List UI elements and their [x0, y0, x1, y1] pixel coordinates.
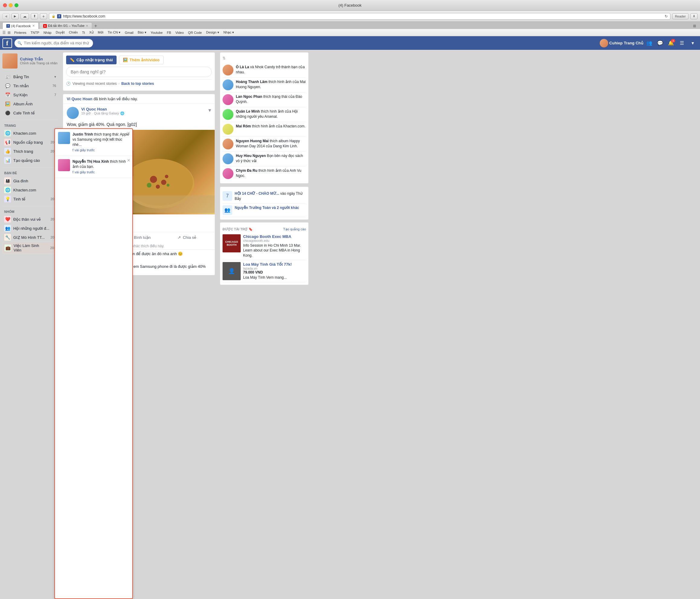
- composer-input[interactable]: [66, 67, 212, 77]
- sidebar-item-tinnhan[interactable]: 💬 Tin nhắn 76: [2, 81, 58, 90]
- sidebar-item-khacten[interactable]: 🌐 Khacten.com 3: [2, 129, 58, 138]
- tab-youtube[interactable]: ▶ Đã tải lên 0/1 – YouTube ✕: [39, 22, 92, 29]
- bookmark-tt[interactable]: Tt: [80, 30, 87, 35]
- ad-title-0[interactable]: Chicago Booth Exec MBA: [243, 234, 306, 239]
- sidebar-item-giadinh[interactable]: 👨‍👩‍👧‍👦 Gia đình: [2, 176, 58, 185]
- new-tab-button[interactable]: +: [93, 23, 99, 29]
- activity-avatar-7: [223, 168, 233, 179]
- bookmark-tincn[interactable]: Tin CN ▾: [106, 30, 122, 35]
- tab-close-facebook[interactable]: ✕: [32, 24, 35, 27]
- account-dropdown-icon[interactable]: ▾: [688, 38, 698, 48]
- notif-close-2[interactable]: ✕: [127, 158, 130, 163]
- sidebar-item-tinhte[interactable]: 💡 Tinh tế 20+: [2, 195, 58, 203]
- sidebar-bantin-label: Bảng Tin: [13, 75, 52, 79]
- activity-name-0[interactable]: Ò Là La: [236, 65, 249, 69]
- bookmark-moi[interactable]: Mới: [96, 30, 105, 35]
- header-home-link[interactable]: Trang Chủ: [624, 41, 643, 45]
- bookmark-video[interactable]: Video: [174, 30, 186, 35]
- sidebar-item-albumanh[interactable]: 🖼️ Album Ảnh: [2, 99, 58, 108]
- activity-name-5[interactable]: Nguyen Huong Mai: [236, 139, 269, 143]
- bookmark-chien-label: Chiến: [69, 30, 78, 34]
- friends-icon[interactable]: 👥: [645, 38, 654, 48]
- forward-button[interactable]: ▶: [11, 13, 19, 19]
- settings-icon[interactable]: ☰: [677, 38, 687, 48]
- sidebar-item-taoquangcao[interactable]: 📊 Tạo quảng cáo: [2, 156, 58, 165]
- sidebar-item-khacten2[interactable]: 🌐 Khacten.com: [2, 185, 58, 195]
- event-name-0[interactable]: HỘI 14 CHỮ - CHÀO MỪ...: [235, 192, 279, 196]
- sidebar-item-docthon[interactable]: ❤️ Độc thân vui vẻ 20+: [2, 215, 58, 224]
- bookmark-chien[interactable]: Chiến: [67, 30, 80, 35]
- search-bar[interactable]: 🔍: [15, 39, 93, 47]
- header-username[interactable]: Cuhiep: [609, 41, 623, 45]
- bookmark-qrcode[interactable]: QR Code: [186, 30, 204, 35]
- messages-icon[interactable]: 💬: [655, 38, 665, 48]
- activity-name-2[interactable]: Lan Ngoc Phan: [236, 95, 262, 99]
- profile-name[interactable]: Cuhiep Trần: [20, 57, 57, 61]
- sidebar-item-nguon[interactable]: 📢 Nguồn cấp trang 20+: [2, 138, 58, 147]
- back-button[interactable]: ◀: [2, 13, 10, 19]
- post-notif-author[interactable]: Vi Quoc Hoan: [67, 97, 93, 101]
- tab-facebook[interactable]: f (4) Facebook ✕: [2, 22, 39, 29]
- reader-mode-button[interactable]: Reader: [672, 13, 689, 19]
- refresh-button[interactable]: ↻: [665, 14, 668, 19]
- bookmark-youtube[interactable]: Youtube: [149, 30, 165, 35]
- add-photo-button[interactable]: 🖼️ Thêm ảnh/video: [119, 55, 164, 64]
- sidebar-item-giamohinh[interactable]: 🔧 GIẒ Mò Hình TT... 20+: [2, 233, 58, 242]
- update-status-button[interactable]: ✏️ Cập nhật trạng thái: [66, 55, 117, 64]
- ad-title-1[interactable]: Loa Máy Tính Giá Tốt 77k!: [243, 262, 306, 267]
- bookmark-nhap[interactable]: Nháp: [42, 30, 53, 35]
- bookmark-xu[interactable]: Xử: [87, 30, 95, 35]
- bookmark-nhac[interactable]: Nhạc ▾: [222, 30, 236, 35]
- activity-name-6[interactable]: Huy Hieu Nguyen: [236, 154, 266, 158]
- maximize-button[interactable]: [15, 3, 19, 7]
- sidebar-item-sukien[interactable]: 📅 Sự Kiện 7: [2, 90, 58, 99]
- minimize-button[interactable]: [9, 3, 13, 7]
- url-text[interactable]: https://www.facebook.com: [63, 14, 663, 19]
- bookmark-pinteres[interactable]: Pinteres: [12, 30, 28, 35]
- activity-name-1[interactable]: Hoàng Thanh Lâm: [236, 80, 268, 84]
- share-button[interactable]: ⬆: [31, 13, 38, 19]
- notifications-icon[interactable]: 🔔 4: [666, 38, 676, 48]
- url-bar[interactable]: 🔒 f https://www.facebook.com ↻: [49, 13, 670, 20]
- bookmark-bao[interactable]: Báo ▾: [136, 30, 148, 35]
- post-author-avatar[interactable]: [67, 107, 79, 119]
- bookmark-tntp[interactable]: TNTP: [29, 30, 41, 35]
- add-tab-button[interactable]: +: [40, 13, 47, 19]
- notif-name-1[interactable]: Justin Trinh: [73, 132, 93, 136]
- post-options-button[interactable]: ▾: [208, 107, 211, 114]
- facebook-logo[interactable]: f: [2, 38, 12, 48]
- tabs-bar: f (4) Facebook ✕ ▶ Đã tải lên 0/1 – YouT…: [0, 22, 700, 29]
- share-post-button[interactable]: ↗ Chia sẻ: [163, 233, 211, 242]
- bookmark-tntp-label: TNTP: [30, 31, 39, 34]
- ads-create-link[interactable]: Tạo quảng cáo: [283, 227, 306, 231]
- notif-close-1[interactable]: ✕: [127, 131, 130, 135]
- reading-list-button[interactable]: ☁: [21, 13, 29, 19]
- post-author-link[interactable]: Vi Quoc Hoan: [81, 107, 107, 111]
- activity-name-7[interactable]: Chym Đa Ru: [236, 169, 257, 173]
- bookmark-design[interactable]: Design ▾: [204, 30, 221, 35]
- notif-name-2[interactable]: Nguyễn Thị Hoa Xinh: [73, 159, 109, 164]
- profile-avatar[interactable]: [2, 53, 18, 69]
- tab-sidebar-button[interactable]: ⊞: [692, 23, 698, 29]
- sidebar-docthon-label: Độc thân vui vẻ: [13, 217, 48, 222]
- bookmark-gmail[interactable]: Gmail: [123, 30, 135, 35]
- event-name-1[interactable]: Nguyễn Trường Toàn và 2 người khác: [235, 206, 299, 210]
- sidebar-item-hoinhung[interactable]: 👥 Hội những người đ... 4: [2, 224, 58, 233]
- close-button[interactable]: [3, 3, 7, 7]
- sidebar-profile[interactable]: Cuhiep Trần Chỉnh sửa Trang cá nhân: [2, 52, 58, 72]
- sidebar-item-cafe[interactable]: ⚫ Cafe Tinh tế: [2, 108, 58, 118]
- tab-close-youtube[interactable]: ✕: [86, 24, 88, 27]
- sort-icon[interactable]: ⇅: [223, 56, 226, 60]
- mac-window-buttons[interactable]: [3, 3, 19, 7]
- search-input[interactable]: [24, 41, 90, 45]
- user-avatar-header[interactable]: [600, 39, 608, 47]
- downloads-button[interactable]: ⬇: [690, 13, 698, 19]
- activity-name-4[interactable]: Mai Rôm: [236, 124, 251, 128]
- sidebar-item-thichtrang[interactable]: 👍 Thích trang 20+: [2, 147, 58, 156]
- bookmark-fb[interactable]: FB: [165, 30, 173, 35]
- back-to-top-link[interactable]: Back to top stories: [121, 81, 154, 86]
- sidebar-item-bantin[interactable]: 📰 Bảng Tin ▾: [2, 72, 58, 81]
- bookmark-duyet[interactable]: Duyệt: [54, 30, 67, 35]
- activity-name-3[interactable]: Quân Le Minh: [236, 109, 260, 114]
- sidebar-item-vieclamsinh[interactable]: 💼 Việc Làm Sinh Viên 20+: [2, 242, 58, 254]
